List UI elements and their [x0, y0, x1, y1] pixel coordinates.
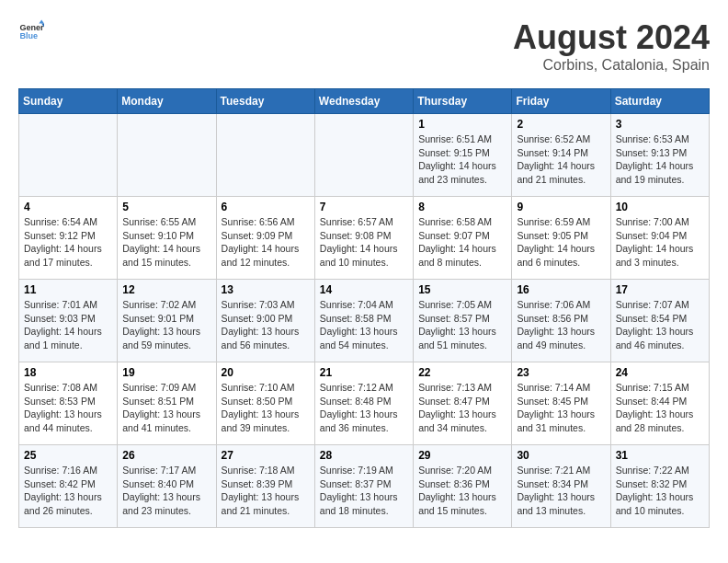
day-info: Sunrise: 6:53 AM Sunset: 9:13 PM Dayligh…: [616, 132, 704, 187]
day-number: 26: [122, 449, 210, 462]
day-number: 29: [418, 449, 506, 462]
calendar-cell: 24Sunrise: 7:15 AM Sunset: 8:44 PM Dayli…: [610, 362, 709, 445]
calendar-cell: [118, 114, 216, 197]
calendar-cell: 12Sunrise: 7:02 AM Sunset: 9:01 PM Dayli…: [118, 280, 216, 362]
day-number: 2: [517, 118, 605, 131]
day-number: 15: [418, 283, 506, 296]
calendar-cell: 3Sunrise: 6:53 AM Sunset: 9:13 PM Daylig…: [610, 114, 709, 197]
day-info: Sunrise: 7:02 AM Sunset: 9:01 PM Dayligh…: [122, 298, 210, 352]
day-info: Sunrise: 7:15 AM Sunset: 8:44 PM Dayligh…: [616, 381, 704, 435]
calendar-cell: 2Sunrise: 6:52 AM Sunset: 9:14 PM Daylig…: [512, 114, 610, 197]
day-info: Sunrise: 6:58 AM Sunset: 9:07 PM Dayligh…: [418, 215, 506, 270]
calendar-cell: 17Sunrise: 7:07 AM Sunset: 8:54 PM Dayli…: [610, 280, 709, 362]
header: General Blue August 2024 Corbins, Catalo…: [18, 18, 710, 74]
day-info: Sunrise: 7:17 AM Sunset: 8:40 PM Dayligh…: [122, 464, 210, 518]
logo-icon: General Blue: [18, 18, 44, 44]
day-info: Sunrise: 6:56 AM Sunset: 9:09 PM Dayligh…: [222, 215, 310, 270]
day-number: 10: [616, 201, 704, 213]
day-number: 5: [122, 201, 210, 213]
day-of-week-header: Thursday: [414, 89, 512, 114]
day-info: Sunrise: 7:08 AM Sunset: 8:53 PM Dayligh…: [24, 381, 112, 435]
calendar-cell: 18Sunrise: 7:08 AM Sunset: 8:53 PM Dayli…: [19, 362, 118, 445]
calendar-week-row: 1Sunrise: 6:51 AM Sunset: 9:15 PM Daylig…: [19, 114, 710, 197]
day-number: 11: [24, 283, 112, 296]
day-info: Sunrise: 7:06 AM Sunset: 8:56 PM Dayligh…: [517, 298, 605, 352]
svg-text:General: General: [19, 23, 44, 32]
day-info: Sunrise: 7:10 AM Sunset: 8:50 PM Dayligh…: [222, 381, 310, 435]
calendar-cell: 31Sunrise: 7:22 AM Sunset: 8:32 PM Dayli…: [610, 445, 709, 528]
calendar-cell: [19, 114, 118, 197]
day-number: 13: [222, 283, 310, 296]
day-number: 7: [320, 201, 408, 213]
day-info: Sunrise: 7:19 AM Sunset: 8:37 PM Dayligh…: [320, 464, 408, 518]
day-info: Sunrise: 7:04 AM Sunset: 8:58 PM Dayligh…: [320, 298, 408, 352]
day-number: 30: [517, 449, 605, 462]
calendar-cell: 28Sunrise: 7:19 AM Sunset: 8:37 PM Dayli…: [314, 445, 413, 528]
day-info: Sunrise: 6:51 AM Sunset: 9:15 PM Dayligh…: [418, 132, 506, 187]
day-info: Sunrise: 7:07 AM Sunset: 8:54 PM Dayligh…: [616, 298, 704, 352]
day-of-week-header: Friday: [512, 89, 610, 114]
day-number: 27: [222, 449, 310, 462]
calendar-cell: 7Sunrise: 6:57 AM Sunset: 9:08 PM Daylig…: [314, 197, 413, 280]
calendar-week-row: 4Sunrise: 6:54 AM Sunset: 9:12 PM Daylig…: [19, 197, 710, 280]
logo: General Blue: [18, 18, 44, 44]
day-info: Sunrise: 7:03 AM Sunset: 9:00 PM Dayligh…: [222, 298, 310, 352]
day-info: Sunrise: 7:21 AM Sunset: 8:34 PM Dayligh…: [517, 464, 605, 518]
day-number: 20: [222, 366, 310, 379]
day-number: 1: [418, 118, 506, 131]
calendar-table: SundayMondayTuesdayWednesdayThursdayFrid…: [18, 88, 710, 528]
calendar-cell: 10Sunrise: 7:00 AM Sunset: 9:04 PM Dayli…: [610, 197, 709, 280]
day-info: Sunrise: 6:54 AM Sunset: 9:12 PM Dayligh…: [24, 215, 112, 270]
day-info: Sunrise: 7:16 AM Sunset: 8:42 PM Dayligh…: [24, 464, 112, 518]
day-number: 24: [616, 366, 704, 379]
calendar-cell: 22Sunrise: 7:13 AM Sunset: 8:47 PM Dayli…: [414, 362, 512, 445]
day-info: Sunrise: 7:09 AM Sunset: 8:51 PM Dayligh…: [122, 381, 210, 435]
day-info: Sunrise: 7:12 AM Sunset: 8:48 PM Dayligh…: [320, 381, 408, 435]
day-info: Sunrise: 7:01 AM Sunset: 9:03 PM Dayligh…: [24, 298, 112, 352]
day-number: 8: [418, 201, 506, 213]
calendar-cell: 19Sunrise: 7:09 AM Sunset: 8:51 PM Dayli…: [118, 362, 216, 445]
calendar-cell: 1Sunrise: 6:51 AM Sunset: 9:15 PM Daylig…: [414, 114, 512, 197]
day-info: Sunrise: 7:18 AM Sunset: 8:39 PM Dayligh…: [222, 464, 310, 518]
day-of-week-header: Wednesday: [314, 89, 413, 114]
page-title: August 2024: [513, 18, 710, 57]
title-section: August 2024 Corbins, Catalonia, Spain: [513, 18, 710, 74]
calendar-cell: 5Sunrise: 6:55 AM Sunset: 9:10 PM Daylig…: [118, 197, 216, 280]
day-info: Sunrise: 7:13 AM Sunset: 8:47 PM Dayligh…: [418, 381, 506, 435]
day-info: Sunrise: 6:52 AM Sunset: 9:14 PM Dayligh…: [517, 132, 605, 187]
day-number: 12: [122, 283, 210, 296]
calendar-cell: 11Sunrise: 7:01 AM Sunset: 9:03 PM Dayli…: [19, 280, 118, 362]
day-number: 19: [122, 366, 210, 379]
calendar-cell: [314, 114, 413, 197]
calendar-cell: 29Sunrise: 7:20 AM Sunset: 8:36 PM Dayli…: [414, 445, 512, 528]
day-of-week-header: Sunday: [19, 89, 118, 114]
calendar-cell: 25Sunrise: 7:16 AM Sunset: 8:42 PM Dayli…: [19, 445, 118, 528]
day-info: Sunrise: 7:05 AM Sunset: 8:57 PM Dayligh…: [418, 298, 506, 352]
day-info: Sunrise: 6:59 AM Sunset: 9:05 PM Dayligh…: [517, 215, 605, 270]
svg-marker-2: [39, 19, 44, 23]
svg-text:Blue: Blue: [19, 31, 38, 40]
calendar-cell: 30Sunrise: 7:21 AM Sunset: 8:34 PM Dayli…: [512, 445, 610, 528]
calendar-cell: 8Sunrise: 6:58 AM Sunset: 9:07 PM Daylig…: [414, 197, 512, 280]
day-info: Sunrise: 7:14 AM Sunset: 8:45 PM Dayligh…: [517, 381, 605, 435]
calendar-week-row: 11Sunrise: 7:01 AM Sunset: 9:03 PM Dayli…: [19, 280, 710, 362]
calendar-cell: 15Sunrise: 7:05 AM Sunset: 8:57 PM Dayli…: [414, 280, 512, 362]
day-info: Sunrise: 7:00 AM Sunset: 9:04 PM Dayligh…: [616, 215, 704, 270]
day-of-week-header: Monday: [118, 89, 216, 114]
day-number: 21: [320, 366, 408, 379]
page-subtitle: Corbins, Catalonia, Spain: [513, 57, 710, 74]
day-number: 23: [517, 366, 605, 379]
calendar-cell: 27Sunrise: 7:18 AM Sunset: 8:39 PM Dayli…: [216, 445, 314, 528]
calendar-cell: 23Sunrise: 7:14 AM Sunset: 8:45 PM Dayli…: [512, 362, 610, 445]
calendar-cell: 20Sunrise: 7:10 AM Sunset: 8:50 PM Dayli…: [216, 362, 314, 445]
day-number: 14: [320, 283, 408, 296]
day-number: 9: [517, 201, 605, 213]
calendar-week-row: 18Sunrise: 7:08 AM Sunset: 8:53 PM Dayli…: [19, 362, 710, 445]
day-info: Sunrise: 7:20 AM Sunset: 8:36 PM Dayligh…: [418, 464, 506, 518]
day-info: Sunrise: 6:57 AM Sunset: 9:08 PM Dayligh…: [320, 215, 408, 270]
day-number: 17: [616, 283, 704, 296]
day-number: 3: [616, 118, 704, 131]
calendar-cell: 26Sunrise: 7:17 AM Sunset: 8:40 PM Dayli…: [118, 445, 216, 528]
calendar-cell: 21Sunrise: 7:12 AM Sunset: 8:48 PM Dayli…: [314, 362, 413, 445]
day-number: 28: [320, 449, 408, 462]
